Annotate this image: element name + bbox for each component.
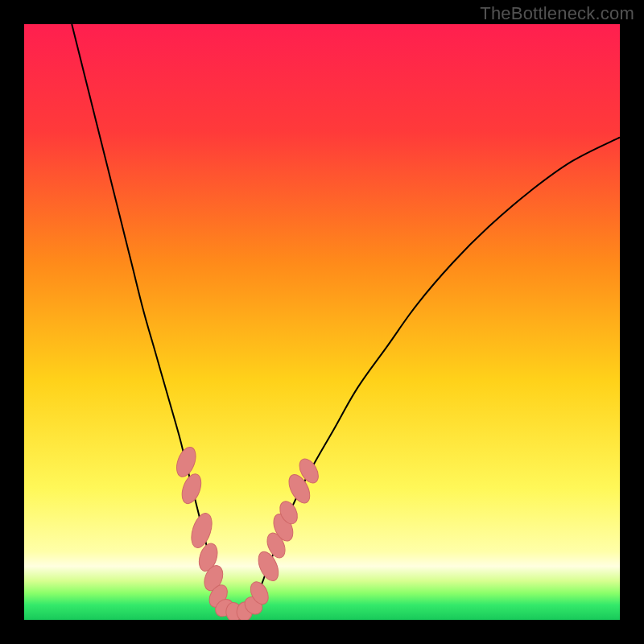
watermark-text: TheBottleneck.com xyxy=(480,3,634,24)
chart-stage: TheBottleneck.com xyxy=(0,0,644,644)
marker-group xyxy=(173,444,322,620)
curve-layer xyxy=(24,24,620,620)
bottleneck-curve xyxy=(72,24,620,613)
plot-area xyxy=(24,24,620,620)
